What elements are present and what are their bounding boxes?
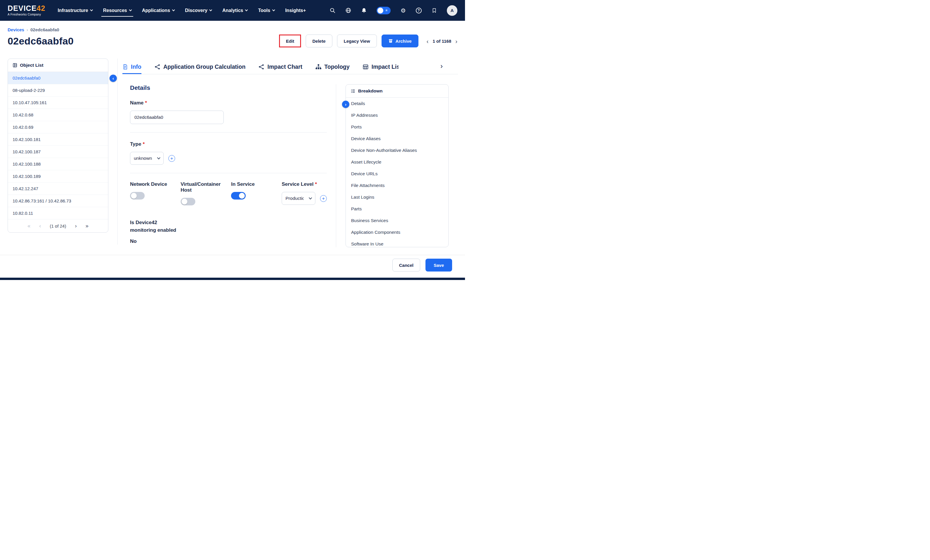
breakdown-item-device-urls[interactable]: Device URLs [346,168,448,180]
object-list-header: Object List [8,59,108,72]
breakdown-item-asset-lifecycle[interactable]: Asset Lifecycle [346,156,448,168]
list-item[interactable]: 10.42.100.187 [8,146,108,158]
nav-item-applications[interactable]: Applications [142,0,174,21]
nav-item-analytics[interactable]: Analytics [222,0,248,21]
tab-info[interactable]: Info [122,63,142,74]
user-avatar[interactable]: A [447,5,457,16]
top-navigation-bar: DEVICE42 A Freshworks Company Infrastruc… [0,0,465,21]
breadcrumb: Devices › 02edc6aabfa0 [0,21,465,32]
bottom-brand-strip [0,278,465,280]
breakdown-item-software-in-use[interactable]: Software In Use [346,238,448,247]
field-label-text: Service Level [282,181,314,187]
tab-topology[interactable]: Topology [316,63,350,74]
delete-button[interactable]: Delete [306,35,333,48]
breakdown-item-application-components[interactable]: Application Components [346,227,448,238]
notifications-bell-icon[interactable] [361,7,367,14]
right-vertical-divider [336,84,336,247]
archive-icon [388,38,393,43]
record-pager: ‹ 1 of 1168 › [427,38,457,44]
pager-next-icon[interactable]: › [455,38,457,44]
tab-label: Impact Chart [267,63,302,70]
breakdown-item-device-aliases[interactable]: Device Aliases [346,133,448,144]
add-type-button[interactable]: + [168,155,175,162]
nav-label: Insights+ [285,8,306,13]
theme-toggle[interactable]: ☀ [377,7,391,14]
nav-item-insights[interactable]: Insights+ [285,0,306,21]
archive-button[interactable]: Archive [382,35,419,48]
pager-prev-icon[interactable]: ‹ [427,38,429,44]
service-level-row: Production + [282,192,327,205]
tab-application-group-calculation[interactable]: Application Group Calculation [154,63,246,74]
edit-button[interactable]: Edit [280,35,300,46]
breakdown-item-details[interactable]: Details [346,98,448,109]
breakdown-item-ip-addresses[interactable]: IP Addresses [346,109,448,121]
tabs-scroll-right-icon[interactable]: › [440,63,443,70]
help-icon[interactable]: ? [416,8,422,14]
page-next-icon[interactable]: › [75,223,77,229]
name-input[interactable] [130,110,224,124]
monitoring-label: Is Device42 monitoring enabled [130,219,178,234]
object-list-panel: Object List 02edc6aabfa0 08-upload-2-229… [8,58,108,233]
footer-action-bar: Cancel Save [0,259,465,272]
page-last-icon[interactable]: » [86,223,88,229]
page-first-icon[interactable]: « [28,223,31,229]
list-item[interactable]: 10.42.0.68 [8,109,108,121]
list-item[interactable]: 10.10.47.105:161 [8,97,108,109]
footer-divider [0,255,465,255]
network-device-toggle[interactable] [130,192,145,199]
service-level-field: Service Level * Production + [282,181,327,206]
nav-label: Tools [258,8,270,13]
breakdown-item-file-attachments[interactable]: File Attachments [346,180,448,191]
nav-item-resources[interactable]: Resources [103,0,131,21]
breakdown-item-last-logins[interactable]: Last Logins [346,191,448,203]
brand-tagline: A Freshworks Company [8,13,45,16]
edit-annotation-box: Edit [279,35,301,48]
search-icon[interactable] [329,7,336,14]
list-item[interactable]: 10.42.0.69 [8,121,108,133]
bookmark-icon[interactable] [431,7,437,14]
list-item[interactable]: 10.42.12.247 [8,183,108,195]
list-item[interactable]: 10.42.100.188 [8,158,108,170]
chevron-down-icon [272,8,275,11]
type-select[interactable]: unknown [130,152,164,165]
chevron-down-icon [209,8,212,11]
brand-primary: DEVICE [8,4,37,12]
tab-impact-chart[interactable]: Impact Chart [258,63,302,74]
breakdown-item-non-authoritative-aliases[interactable]: Device Non-Authoritative Aliases [346,144,448,156]
breadcrumb-current: 02edc6aabfa0 [31,27,59,32]
virtual-host-toggle[interactable] [181,198,195,206]
toggles-row: Network Device Virtual/Container Host In… [130,181,327,206]
collapse-sidebar-button[interactable]: ‹ [109,75,117,82]
list-item[interactable]: 02edc6aabfa0 [8,72,108,84]
list-item[interactable]: 08-upload-2-229 [8,84,108,97]
service-level-select[interactable]: Production [282,192,316,205]
globe-icon[interactable] [345,7,351,14]
settings-gear-icon[interactable]: ⚙ [400,7,406,14]
device42-logo[interactable]: DEVICE42 A Freshworks Company [8,5,45,16]
breadcrumb-devices-link[interactable]: Devices [8,27,24,32]
cancel-button[interactable]: Cancel [393,259,420,272]
monitoring-value: No [130,238,327,244]
add-service-level-button[interactable]: + [320,195,327,202]
nav-item-discovery[interactable]: Discovery [185,0,212,21]
page-prev-icon[interactable]: ‹ [39,223,41,229]
breakdown-item-parts[interactable]: Parts [346,203,448,215]
legacy-view-button[interactable]: Legacy View [337,35,377,48]
nav-item-tools[interactable]: Tools [258,0,274,21]
expand-breakdown-button[interactable]: › [342,101,350,108]
chevron-down-icon [90,8,93,11]
nav-item-infrastructure[interactable]: Infrastructure [58,0,92,21]
breakdown-item-ports[interactable]: Ports [346,121,448,133]
detail-tabs: Info Application Group Calculation Impac… [122,59,458,74]
list-item[interactable]: 10.42.100.189 [8,170,108,183]
list-item[interactable]: 10.42.86.73:161 / 10.42.86.73 [8,195,108,207]
tab-impact-list[interactable]: Impact List [362,63,399,74]
save-button[interactable]: Save [425,259,452,272]
in-service-toggle[interactable] [231,192,246,199]
network-device-label: Network Device [130,181,181,187]
service-level-value: Production [285,196,304,201]
left-vertical-divider [117,58,118,245]
list-item[interactable]: 10.82.0.11 [8,207,108,219]
breakdown-item-business-services[interactable]: Business Services [346,215,448,227]
list-item[interactable]: 10.42.100.181 [8,133,108,146]
